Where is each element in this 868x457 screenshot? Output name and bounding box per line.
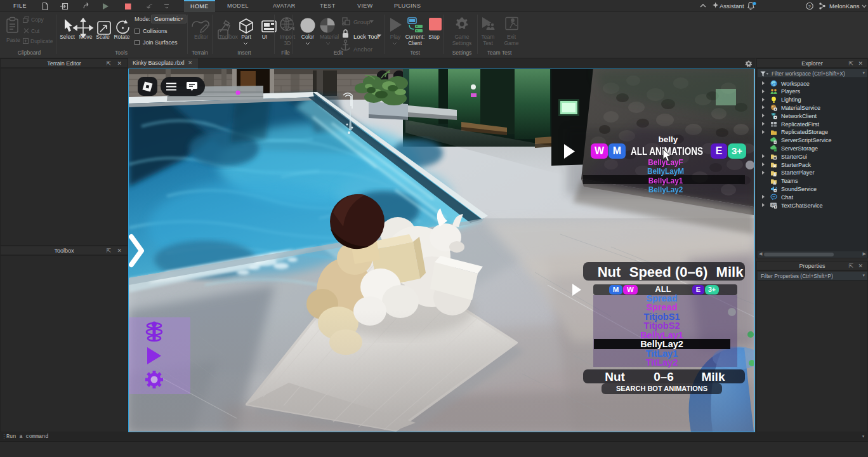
svg-text:Assistant: Assistant bbox=[720, 3, 744, 10]
svg-text:Group: Group bbox=[353, 18, 370, 25]
svg-text:?: ? bbox=[808, 4, 812, 10]
svg-text:Duplicate: Duplicate bbox=[30, 38, 53, 44]
svg-text:Copy: Copy bbox=[31, 17, 44, 23]
svg-text:MelonKans: MelonKans bbox=[829, 3, 860, 10]
svg-text:Paste: Paste bbox=[6, 37, 20, 43]
svg-text:Cut: Cut bbox=[31, 28, 40, 34]
svg-text:Lock Tool: Lock Tool bbox=[353, 33, 379, 40]
